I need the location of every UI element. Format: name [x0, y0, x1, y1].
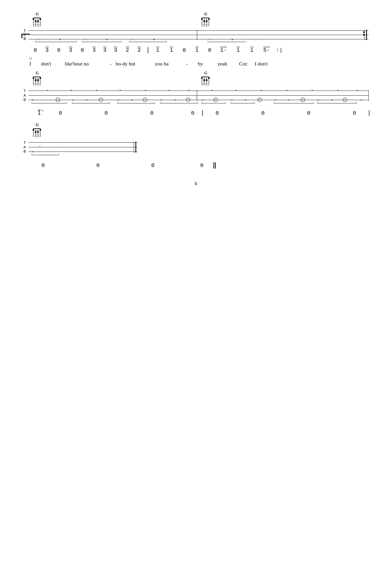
tab-num: 5·	[259, 47, 274, 53]
tab-num: 1	[245, 47, 259, 53]
tab-num: 0	[186, 110, 199, 116]
svg-point-10	[35, 20, 36, 22]
svg-text:×: ×	[187, 98, 189, 101]
svg-point-70	[37, 79, 39, 81]
svg-text:×: ×	[231, 98, 233, 102]
tab-num: 1̄	[29, 110, 49, 116]
svg-text:B: B	[24, 97, 26, 102]
tab-num: 3	[100, 47, 110, 53]
svg-text:A: A	[24, 145, 26, 150]
svg-text:·'·: ·'·	[129, 38, 135, 42]
tab-barline: |	[145, 46, 151, 54]
svg-text:×: ×	[337, 88, 339, 92]
lyric-word: -	[186, 61, 198, 67]
svg-text:×: ×	[201, 98, 203, 102]
lyrics-line-1: I don't like'bout no - bo-dy but you ba …	[20, 61, 372, 67]
svg-text:×: ×	[311, 88, 313, 92]
svg-text:×: ×	[153, 38, 155, 42]
svg-text:×: ×	[245, 98, 247, 102]
svg-text:×: ×	[59, 38, 61, 42]
svg-text:×: ×	[72, 98, 74, 102]
tab-num: 3	[65, 47, 76, 53]
lyric-word: I	[29, 61, 41, 67]
svg-text:·'·: ·'·	[37, 145, 43, 149]
svg-text:×: ×	[32, 98, 34, 102]
tab-repeat-end: :|	[274, 47, 284, 53]
svg-point-172	[35, 131, 36, 133]
tab-num: 2	[122, 47, 133, 53]
tab-barline: |	[199, 109, 206, 117]
svg-text:T: T	[24, 89, 26, 93]
svg-text:×: ×	[86, 98, 88, 102]
chord-name-4: G	[200, 71, 212, 75]
chord-diagram-g-2: G	[200, 12, 212, 28]
tab-num: 3	[41, 47, 53, 53]
svg-text:×: ×	[174, 98, 176, 102]
section-2: G G	[20, 71, 372, 117]
staff-svg-2: T A B × × × × × × × ×	[20, 85, 372, 107]
svg-point-11	[37, 20, 39, 22]
svg-text:×: ×	[119, 88, 121, 92]
tab-final-barline: ‖	[210, 161, 220, 169]
svg-text:×: ×	[259, 98, 260, 101]
tab-num: 1	[165, 47, 178, 53]
svg-text:×: ×	[96, 88, 98, 92]
svg-point-24	[206, 20, 207, 22]
svg-point-171	[32, 129, 34, 131]
chord-grid-4	[200, 75, 212, 86]
svg-point-71	[40, 77, 41, 79]
svg-text:×: ×	[331, 98, 333, 102]
svg-text:×: ×	[168, 88, 170, 92]
tab-num: 0	[95, 110, 118, 116]
tab-num: 3	[88, 47, 100, 53]
svg-text:B: B	[24, 37, 26, 41]
tab-num: 1	[151, 47, 165, 53]
svg-text:×: ×	[288, 98, 290, 102]
svg-text:×: ×	[131, 98, 133, 102]
svg-text:×: ×	[160, 98, 162, 102]
svg-point-83	[206, 79, 207, 81]
chord-name-1: G	[31, 12, 43, 16]
svg-text:×: ×	[117, 98, 119, 102]
chord-grid-3	[31, 75, 43, 86]
svg-point-23	[203, 20, 205, 22]
tab-num: 0	[53, 47, 65, 53]
lyric-word: I don't	[255, 61, 278, 67]
tab-barline: |	[366, 109, 372, 117]
lyric-word: yeah	[218, 61, 239, 67]
svg-text:·'·: ·'·	[208, 38, 213, 42]
svg-text:×: ×	[145, 88, 147, 92]
staff-svg-3: T A B ·'· -· ×	[20, 137, 372, 159]
tab-numbers-1: 0 3 0 3 0 3 3 3 2 2 | 1 1 0 1 0 1· 1 1 5…	[20, 46, 372, 54]
lyric-word: you ba	[155, 61, 186, 67]
chord-diagram-g-4: G	[200, 71, 212, 87]
chord-grid-2	[200, 16, 212, 27]
svg-point-173	[37, 131, 39, 133]
svg-point-12	[40, 18, 41, 20]
tab-staff-1: ⌐ T A B ·'· × ·'	[20, 26, 372, 45]
svg-text:-: -	[255, 38, 257, 42]
triplet-marker: r3	[29, 55, 372, 60]
tab-num: 0	[140, 110, 164, 116]
svg-text:×: ×	[317, 98, 319, 102]
svg-text:×: ×	[215, 98, 216, 101]
svg-text:×: ×	[235, 88, 237, 92]
svg-text:×: ×	[57, 98, 58, 101]
tab-staff-3: T A B ·'· -· ×	[20, 137, 372, 160]
tab-num: 0	[49, 110, 72, 116]
svg-text:×: ×	[32, 150, 34, 154]
svg-text:T: T	[24, 140, 26, 145]
svg-point-36	[363, 34, 364, 36]
tab-numbers-3: 0 0 0 0 ‖	[20, 161, 372, 169]
svg-text:×: ×	[302, 98, 303, 101]
svg-point-82	[203, 79, 205, 81]
section-3: G	[20, 123, 372, 169]
svg-text:-·: -·	[59, 145, 63, 149]
svg-point-68	[32, 77, 34, 79]
lyric-word: bo-dy but	[116, 61, 155, 67]
lyric-word: don't	[41, 61, 65, 67]
svg-point-69	[35, 79, 36, 81]
svg-point-35	[363, 31, 364, 33]
svg-point-25	[208, 18, 210, 20]
tab-num: 3	[110, 47, 122, 53]
